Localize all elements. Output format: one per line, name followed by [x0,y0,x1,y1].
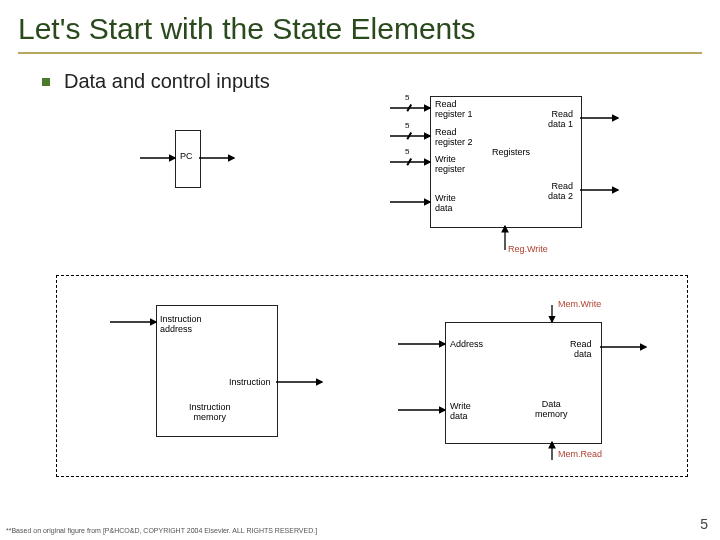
dmem-wires [0,90,720,510]
bullet-icon [42,78,50,86]
diagram-area: PC Read register 1 Read register 2 Write… [0,90,720,510]
slide-title: Let's Start with the State Elements [0,0,720,52]
title-underline [18,52,702,54]
footnote: **Based on original figure from [P&HCO&D… [6,527,317,534]
page-number: 5 [700,516,708,532]
